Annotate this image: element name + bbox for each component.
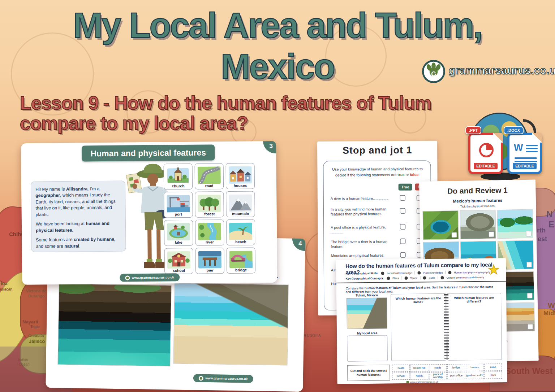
svg-text:G: G (431, 70, 436, 78)
feature-card-pier: pier (195, 248, 225, 274)
place-icon (387, 276, 390, 280)
ppt-extension-tag: .PPT (465, 126, 481, 134)
word-card-park[interactable]: park (484, 371, 502, 379)
different-column-header: Which human features are different? (454, 296, 494, 303)
true-checkbox-5[interactable] (400, 252, 406, 258)
key-concepts-row: Key Geographical Concepts: Place Space S… (345, 275, 484, 280)
different-features-column[interactable]: Which human features are different? (447, 293, 502, 361)
slide-4-page-number: 4 (292, 239, 305, 251)
page-fold (493, 133, 503, 143)
statement-4: The bridge over a river is a human featu… (331, 239, 396, 249)
locational-knowledge-icon (381, 271, 384, 275)
scale-icon (423, 276, 426, 279)
tulum-ruins-photo (460, 210, 496, 239)
skills-label: Key Geographical Skills: (345, 271, 379, 275)
star-icon: ★ (488, 263, 500, 276)
compare-worksheet: How do the human features of Tulum compa… (336, 258, 507, 384)
word-card-bridge[interactable]: bridge (447, 364, 465, 371)
local-area-drawing-box[interactable] (347, 335, 388, 362)
slide-3-page-number: 3 (263, 141, 276, 153)
slide-4-footer: www.grammarsaurus.co.uk (193, 374, 253, 383)
same-features-column[interactable]: Which human features are the same? (391, 293, 447, 361)
word-card-school[interactable]: school (392, 373, 410, 380)
human-physical-geography-icon (448, 271, 451, 274)
word-lines-icon (526, 145, 538, 154)
same-column-header: Which human features are the same? (396, 296, 441, 304)
bridge-icon (229, 251, 253, 269)
feature-label: bridge (235, 268, 247, 273)
statement-1: A river is a human feature. (331, 196, 396, 201)
word-card-ruins[interactable]: ruins (484, 363, 502, 371)
tulum-small-photo (347, 298, 387, 329)
word-card-beach-hut[interactable]: beach hut (410, 364, 428, 372)
slide-3-intro-panel: Hi! My name is Allisandra. I'm a geograp… (31, 180, 126, 252)
word-w-icon: W (514, 142, 523, 153)
feature-label: school (173, 269, 185, 273)
tick-checkbox[interactable] (526, 262, 532, 267)
feature-label: lake (175, 241, 182, 245)
word-card-boats[interactable]: boats (392, 365, 410, 372)
stop-and-jot-title: Stop and jot 1 (317, 144, 437, 156)
grammarsaurus-logo-icon: G (422, 60, 445, 83)
slide-3: Human and physical features 3 Hi! My nam… (21, 141, 277, 285)
local-area-label: My local area (347, 331, 387, 335)
true-checkbox-1[interactable] (400, 195, 405, 201)
school-icon (167, 251, 190, 269)
tick-checkbox[interactable] (489, 231, 494, 237)
spiral-binding (444, 294, 449, 360)
cenote-aerial-photo (422, 210, 459, 240)
houses-icon (229, 166, 252, 184)
statement-2: In a city, you will find more human feat… (331, 207, 396, 217)
tick-checkbox[interactable] (528, 324, 533, 330)
slide-3-footer: www.grammarsaurus.co.uk (120, 273, 180, 282)
feature-card-mountain: mountain (226, 191, 255, 217)
feature-card-houses: houses (226, 163, 255, 189)
concepts-label: Key Geographical Concepts: (345, 276, 384, 280)
russia-label: RUSSIA (304, 334, 322, 337)
cultural-awareness-icon (440, 276, 444, 279)
tick-checkbox[interactable] (527, 293, 532, 299)
do-and-review-subtitle: Mexico's human features (420, 197, 536, 204)
feature-card-port: port (164, 192, 193, 218)
feature-card-road: road (195, 163, 224, 190)
header-divider (336, 281, 506, 283)
brand-site-text: grammarsaurus.co.uk (449, 64, 555, 77)
skill-item: Locational knowledge (387, 271, 412, 275)
feature-card-school: school (164, 248, 194, 274)
true-checkbox-4[interactable] (400, 239, 405, 244)
feature-label: forest (204, 212, 215, 217)
lesson-subtitle-line2: compare to my local area? (20, 112, 248, 134)
word-card-hotels[interactable]: hotels (410, 372, 428, 380)
feature-card-bridge: bridge (227, 247, 256, 274)
church-icon (167, 167, 190, 184)
mountain-icon (229, 195, 252, 212)
lake-icon (167, 223, 190, 241)
word-card-place-of-worship[interactable]: place of worship (429, 372, 447, 380)
statement-3: A post office is a physical feature. (331, 225, 396, 235)
port-icon (167, 195, 190, 213)
place-knowledge-icon (417, 271, 421, 274)
true-checkbox-2[interactable] (400, 208, 405, 214)
feature-label: pier (206, 269, 213, 273)
compare-instruction: Compare the human features of Tulum and … (346, 285, 499, 293)
docx-editable-badge: EDITABLE (512, 162, 537, 170)
footer-logo-icon (199, 376, 203, 380)
true-checkbox-3[interactable] (400, 224, 405, 230)
docx-file-icon: W EDITABLE (507, 133, 542, 174)
forest-icon (198, 195, 221, 213)
word-card-homes[interactable]: homes (466, 364, 483, 371)
ppt-editable-badge: EDITABLE (473, 162, 498, 170)
tick-checkbox[interactable] (526, 231, 531, 236)
feature-card-church: church (164, 164, 193, 190)
word-card-garden-centre[interactable]: garden centre (466, 372, 483, 379)
docx-extension-tag: .DOCX (504, 126, 524, 134)
word-card-roads[interactable]: roads (429, 364, 447, 372)
page-title-line1: My Local Area and Tulum, (0, 5, 555, 46)
feature-label: port (175, 213, 182, 217)
skill-item: Place knowledge (423, 271, 443, 274)
feature-card-forest: forest (195, 191, 224, 218)
tick-checkbox[interactable] (451, 232, 457, 238)
cut-and-stick-label: Cut and stick the correct human features… (347, 365, 390, 381)
word-card-post-office[interactable]: post office (447, 372, 465, 379)
footer-logo-icon (125, 275, 130, 280)
